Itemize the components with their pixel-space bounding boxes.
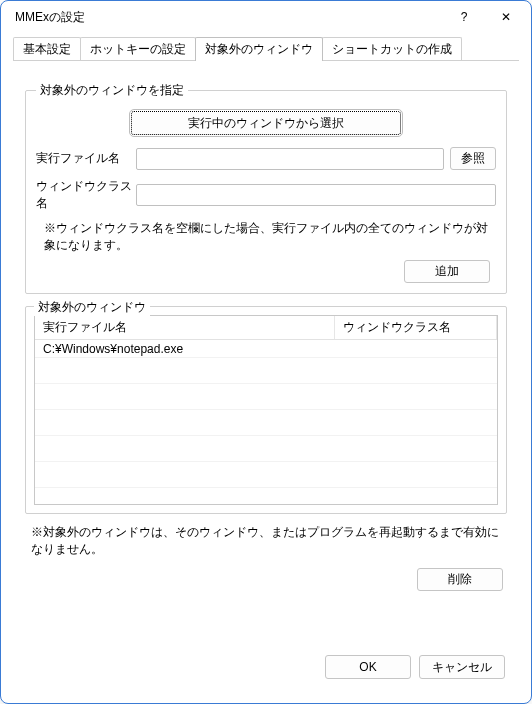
group-specify-excluded: 対象外のウィンドウを指定 実行中のウィンドウから選択 実行ファイル名 参照 ウィ… bbox=[25, 82, 507, 294]
exec-file-label: 実行ファイル名 bbox=[36, 150, 136, 167]
listview-header: 実行ファイル名 ウィンドウクラス名 bbox=[35, 316, 497, 340]
table-row bbox=[35, 496, 497, 505]
listview-body: C:¥Windows¥notepad.exe bbox=[35, 340, 497, 505]
col-exec-file[interactable]: 実行ファイル名 bbox=[35, 316, 335, 339]
table-row bbox=[35, 392, 497, 410]
browse-button[interactable]: 参照 bbox=[450, 147, 496, 170]
tab-panel: 対象外のウィンドウを指定 実行中のウィンドウから選択 実行ファイル名 参照 ウィ… bbox=[13, 60, 519, 693]
delete-button[interactable]: 削除 bbox=[417, 568, 503, 591]
table-row bbox=[35, 470, 497, 488]
settings-dialog: MMExの設定 ? ✕ 基本設定 ホットキーの設定 対象外のウィンドウ ショート… bbox=[0, 0, 532, 704]
table-row bbox=[35, 444, 497, 462]
help-icon[interactable]: ? bbox=[443, 2, 485, 32]
add-row: 追加 bbox=[36, 260, 490, 283]
tab-excluded-windows[interactable]: 対象外のウィンドウ bbox=[195, 37, 323, 61]
select-running-window-button[interactable]: 実行中のウィンドウから選択 bbox=[131, 111, 401, 135]
tab-strip: 基本設定 ホットキーの設定 対象外のウィンドウ ショートカットの作成 bbox=[13, 39, 519, 61]
excluded-listview[interactable]: 実行ファイル名 ウィンドウクラス名 C:¥Windows¥notepad.exe bbox=[34, 315, 498, 505]
window-title: MMExの設定 bbox=[15, 9, 443, 26]
titlebar: MMExの設定 ? ✕ bbox=[1, 1, 531, 33]
window-class-input[interactable] bbox=[136, 184, 496, 206]
class-blank-note: ※ウィンドウクラス名を空欄にした場合、実行ファイル内の全てのウィンドウが対象にな… bbox=[44, 220, 496, 254]
tab-hotkey[interactable]: ホットキーの設定 bbox=[80, 37, 196, 61]
dialog-button-row: OK キャンセル bbox=[23, 647, 509, 683]
spacer bbox=[23, 591, 509, 647]
tab-shortcut[interactable]: ショートカットの作成 bbox=[322, 37, 462, 61]
group-excluded-list-legend: 対象外のウィンドウ bbox=[34, 299, 150, 316]
cell-exec-file: C:¥Windows¥notepad.exe bbox=[35, 340, 335, 358]
window-class-label: ウィンドウクラス名 bbox=[36, 178, 136, 212]
ok-button[interactable]: OK bbox=[325, 655, 411, 679]
cancel-button[interactable]: キャンセル bbox=[419, 655, 505, 679]
cell-window-class bbox=[335, 347, 497, 351]
table-row[interactable]: C:¥Windows¥notepad.exe bbox=[35, 340, 497, 358]
dialog-content: 基本設定 ホットキーの設定 対象外のウィンドウ ショートカットの作成 対象外のウ… bbox=[1, 33, 531, 703]
row-window-class: ウィンドウクラス名 bbox=[36, 178, 496, 212]
table-row bbox=[35, 418, 497, 436]
close-icon[interactable]: ✕ bbox=[485, 2, 527, 32]
exec-file-input[interactable] bbox=[136, 148, 444, 170]
add-button[interactable]: 追加 bbox=[404, 260, 490, 283]
col-window-class[interactable]: ウィンドウクラス名 bbox=[335, 316, 497, 339]
row-exec-file: 実行ファイル名 参照 bbox=[36, 147, 496, 170]
restart-note: ※対象外のウィンドウは、そのウィンドウ、またはプログラムを再起動するまで有効にな… bbox=[31, 524, 509, 558]
table-row bbox=[35, 366, 497, 384]
group-excluded-list: 対象外のウィンドウ 実行ファイル名 ウィンドウクラス名 C:¥Windows¥n… bbox=[25, 306, 507, 514]
delete-row: 削除 bbox=[23, 568, 503, 591]
group-specify-legend: 対象外のウィンドウを指定 bbox=[36, 82, 188, 99]
tab-basic[interactable]: 基本設定 bbox=[13, 37, 81, 61]
